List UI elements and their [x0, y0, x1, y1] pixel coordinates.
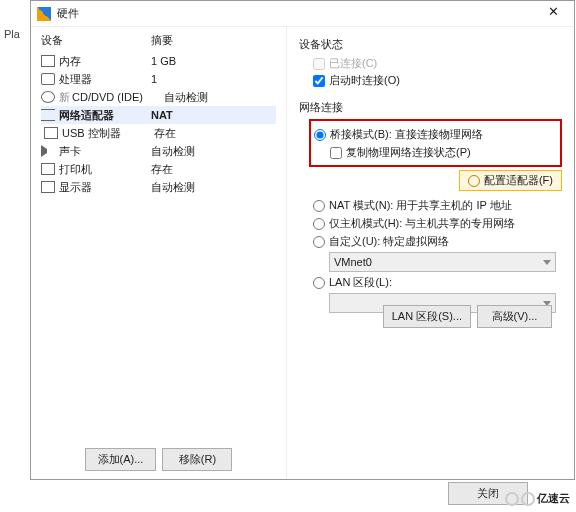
custom-radio[interactable]: 自定义(U): 特定虚拟网络 — [313, 234, 562, 249]
device-icon — [41, 163, 55, 175]
device-row[interactable]: 处理器1 — [41, 70, 276, 88]
col-device: 设备 — [41, 33, 151, 48]
device-name: 显示器 — [59, 180, 151, 195]
device-panel: 设备摘要 内存1 GB处理器1新 CD/DVD (IDE)自动检测网络适配器NA… — [31, 27, 287, 479]
device-name: USB 控制器 — [62, 126, 154, 141]
add-button[interactable]: 添加(A)... — [85, 448, 157, 471]
titlebar: 硬件 ✕ — [31, 1, 574, 27]
col-summary: 摘要 — [151, 33, 173, 48]
device-row[interactable]: 网络适配器NAT — [41, 106, 276, 124]
replicate-checkbox[interactable]: 复制物理网络连接状态(P) — [330, 145, 560, 160]
watermark: 亿速云 — [505, 491, 570, 506]
device-row[interactable]: 显示器自动检测 — [41, 178, 276, 196]
lan-segment-radio[interactable]: LAN 区段(L): — [313, 275, 562, 290]
device-summary: 自动检测 — [164, 90, 208, 105]
connect-on-start-checkbox[interactable]: 启动时连接(O) — [313, 73, 562, 88]
hardware-dialog: 硬件 ✕ 设备摘要 内存1 GB处理器1新 CD/DVD (IDE)自动检测网络… — [30, 0, 575, 480]
device-name: 内存 — [59, 54, 151, 69]
device-name: 处理器 — [59, 72, 151, 87]
device-summary: NAT — [151, 109, 173, 121]
device-row[interactable]: USB 控制器存在 — [41, 124, 276, 142]
advanced-button[interactable]: 高级(V)... — [477, 305, 552, 328]
nat-radio[interactable]: NAT 模式(N): 用于共享主机的 IP 地址 — [313, 198, 562, 213]
settings-panel: 设备状态 已连接(C) 启动时连接(O) 网络连接 桥接模式(B): 直接连接物… — [287, 27, 574, 479]
device-summary: 自动检测 — [151, 180, 195, 195]
vm-icon — [37, 7, 51, 21]
device-row[interactable]: 声卡自动检测 — [41, 142, 276, 160]
device-summary: 自动检测 — [151, 144, 195, 159]
device-name: 打印机 — [59, 162, 151, 177]
dialog-footer: 关闭 — [0, 480, 576, 506]
device-icon — [41, 55, 55, 67]
device-name: 声卡 — [59, 144, 151, 159]
gear-icon — [468, 175, 480, 187]
close-icon[interactable]: ✕ — [538, 4, 568, 24]
remove-button[interactable]: 移除(R) — [162, 448, 232, 471]
device-name: CD/DVD (IDE) — [72, 91, 164, 103]
device-row[interactable]: 内存1 GB — [41, 52, 276, 70]
device-list[interactable]: 设备摘要 内存1 GB处理器1新 CD/DVD (IDE)自动检测网络适配器NA… — [31, 27, 286, 440]
device-summary: 存在 — [154, 126, 176, 141]
bridge-radio[interactable]: 桥接模式(B): 直接连接物理网络 — [314, 127, 560, 142]
device-icon — [41, 91, 55, 103]
device-icon — [41, 73, 55, 85]
device-icon — [41, 145, 55, 157]
device-name: 网络适配器 — [59, 108, 151, 123]
hostonly-radio[interactable]: 仅主机模式(H): 与主机共享的专用网络 — [313, 216, 562, 231]
device-status-title: 设备状态 — [299, 37, 562, 52]
chevron-down-icon — [543, 260, 551, 265]
device-summary: 1 GB — [151, 55, 176, 67]
vnet-dropdown[interactable]: VMnet0 — [329, 252, 556, 272]
device-row[interactable]: 打印机存在 — [41, 160, 276, 178]
lan-segments-button[interactable]: LAN 区段(S)... — [383, 305, 471, 328]
background-window-fragment: Pla — [0, 24, 24, 44]
device-row[interactable]: 新 CD/DVD (IDE)自动检测 — [41, 88, 276, 106]
device-icon — [41, 109, 55, 121]
device-summary: 1 — [151, 73, 157, 85]
device-summary: 存在 — [151, 162, 173, 177]
connected-checkbox[interactable]: 已连接(C) — [313, 56, 562, 71]
bridge-highlight: 桥接模式(B): 直接连接物理网络 复制物理网络连接状态(P) — [309, 119, 562, 167]
network-connection-title: 网络连接 — [299, 100, 562, 115]
configure-adapter-button[interactable]: 配置适配器(F) — [459, 170, 562, 191]
device-icon — [41, 181, 55, 193]
device-icon — [44, 127, 58, 139]
window-title: 硬件 — [57, 6, 538, 21]
